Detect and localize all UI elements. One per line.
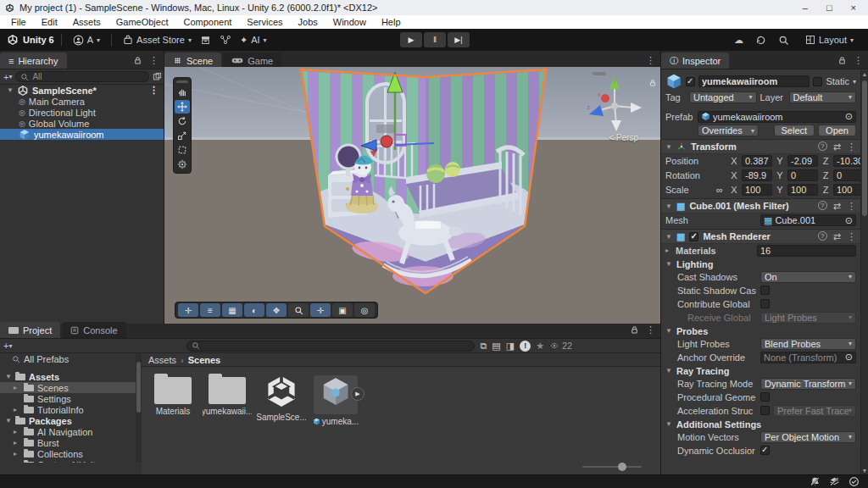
scale-z-field[interactable]: 100 — [833, 184, 860, 196]
probes-section-label[interactable]: Probes — [676, 326, 708, 336]
breadcrumb-scenes[interactable]: Scenes — [188, 355, 221, 365]
menu-edit[interactable]: Edit — [34, 17, 65, 27]
static-dropdown-icon[interactable]: ▾ — [853, 78, 856, 86]
foldout-open-icon[interactable]: ▼ — [665, 260, 672, 268]
unity-version-badge[interactable]: Unity 6 — [7, 34, 54, 46]
open-in-new-icon[interactable]: ⧉ — [480, 341, 487, 352]
view-sliders-button[interactable]: ≡ — [200, 303, 220, 317]
foldout-open-icon[interactable]: ▼ — [665, 327, 672, 335]
active-checkbox[interactable] — [686, 77, 695, 86]
move-tool[interactable] — [175, 100, 190, 114]
menu-jobs[interactable]: Jobs — [291, 17, 326, 27]
tag-dropdown[interactable]: Untagged▾ — [689, 92, 757, 103]
grid-overlay-button[interactable]: ▦ — [222, 303, 242, 317]
mesh-renderer-header[interactable]: ▼ ▦ Mesh Renderer ?⇄⋮ — [661, 229, 860, 244]
kebab-menu-icon[interactable]: ⋮ — [847, 141, 856, 152]
inspector-scrollbar[interactable]: ▲▼ — [860, 70, 868, 474]
anchor-override-field[interactable]: None (Transform)⊙ — [760, 352, 856, 363]
maximize-button[interactable]: □ — [826, 3, 832, 13]
cloud-icon[interactable]: ☁ — [734, 35, 743, 46]
hierarchy-item-yumekawaiiroom[interactable]: yumekawaiiroom — [0, 129, 164, 140]
acceleration-structure-checkbox[interactable] — [760, 406, 770, 415]
layer-dropdown[interactable]: Default▾ — [789, 92, 857, 103]
tree-item-custom-nunit[interactable]: ▸Custom NUnit — [0, 459, 136, 463]
kebab-menu-icon[interactable]: ⋮ — [646, 324, 655, 336]
lock-icon[interactable] — [630, 325, 639, 335]
pause-button[interactable]: ‖ — [424, 32, 446, 47]
presets-icon[interactable]: ⇄ — [833, 201, 841, 212]
scale-y-field[interactable]: 100 — [787, 184, 818, 196]
gizmo-overlay-button[interactable]: ✛ — [310, 303, 331, 317]
save-search-star-icon[interactable]: ★ — [536, 341, 544, 352]
project-search[interactable] — [186, 341, 475, 352]
overrides-dropdown[interactable]: Overrides▾ — [698, 125, 759, 136]
layers-muted-icon[interactable] — [829, 476, 840, 487]
kebab-menu-icon[interactable]: ⋮ — [847, 231, 856, 242]
step-button[interactable]: ▶| — [448, 32, 470, 47]
importance-filter-icon[interactable]: ! — [520, 341, 531, 352]
favorites-all-prefabs[interactable]: All Prefabs — [0, 353, 136, 364]
project-tree-scrollbar[interactable] — [136, 353, 142, 463]
package-manager-button[interactable] — [196, 33, 215, 47]
hierarchy-item-directional-light[interactable]: ◎ Directional Light — [0, 107, 164, 118]
asset-item-samplescene[interactable]: SampleSce... — [257, 372, 306, 422]
materials-count-field[interactable]: 16 — [760, 246, 853, 256]
foldout-open-icon[interactable]: ▼ — [7, 86, 14, 94]
account-dropdown[interactable]: A▾ — [69, 33, 104, 47]
contribute-gi-checkbox[interactable] — [760, 299, 770, 308]
motion-vectors-dropdown[interactable]: Per Object Motion▾ — [760, 431, 856, 443]
rotation-y-field[interactable]: 0 — [787, 169, 818, 181]
tree-item-ai-navigation[interactable]: ▸AI Navigation — [0, 426, 136, 437]
hidden-packages-toggle[interactable]: 22 — [549, 341, 572, 351]
rotate-tool[interactable] — [175, 114, 190, 128]
tree-item-packages[interactable]: ▼Packages — [0, 415, 136, 426]
play-button[interactable]: ▶ — [400, 32, 422, 47]
asset-item-materials[interactable]: Materials — [148, 372, 198, 416]
overlay-drag-handle[interactable] — [176, 80, 188, 83]
position-z-field[interactable]: -10.30 — [833, 155, 860, 167]
tab-project[interactable]: Project — [0, 322, 60, 338]
close-button[interactable]: × — [851, 3, 856, 13]
breadcrumb-assets[interactable]: Assets — [148, 355, 176, 365]
scale-tool[interactable] — [175, 129, 190, 142]
object-picker-icon[interactable]: ⊙ — [845, 352, 853, 363]
object-name-field[interactable]: yumekawaiiroom — [702, 76, 806, 86]
scene-picker-icon[interactable] — [153, 72, 162, 81]
link-scale-icon[interactable]: ∞ — [713, 185, 726, 195]
rotation-x-field[interactable]: -89.9 — [742, 169, 772, 181]
presets-icon[interactable]: ⇄ — [833, 231, 841, 242]
light-probes-dropdown[interactable]: Blend Probes▾ — [760, 338, 856, 350]
position-x-field[interactable]: 0.387 — [742, 155, 772, 167]
tree-item-burst[interactable]: ▸Burst — [0, 437, 136, 448]
undo-history-icon[interactable] — [755, 35, 766, 46]
tab-inspector[interactable]: ⓘ Inspector — [661, 53, 729, 69]
menu-component[interactable]: Component — [175, 17, 239, 27]
help-icon[interactable]: ? — [818, 141, 827, 151]
kebab-menu-icon[interactable]: ⋮ — [847, 201, 856, 212]
prefab-object-field[interactable]: yumekawaiiroom ⊙ — [698, 111, 856, 123]
position-y-field[interactable]: -2.09 — [787, 155, 818, 167]
transform-tool[interactable] — [175, 158, 190, 171]
ray-tracing-mode-dropdown[interactable]: Dynamic Transform▾ — [760, 378, 856, 390]
play-badge-icon[interactable]: ▶ — [351, 387, 364, 401]
foldout-closed-icon[interactable]: ▸ — [665, 247, 672, 254]
perspective-label[interactable]: < Persp — [609, 133, 638, 142]
static-checkbox[interactable] — [813, 77, 822, 86]
camera-overlay-button[interactable]: ▣ — [332, 303, 353, 317]
kebab-menu-icon[interactable]: ⋮ — [854, 55, 863, 66]
object-picker-icon[interactable]: ⊙ — [845, 111, 853, 122]
kebab-menu-icon[interactable]: ⋮ — [149, 85, 164, 96]
layout-dropdown[interactable]: Layout▾ — [801, 33, 858, 47]
asset-item-yumekawaii-folder[interactable]: yumekawaii... — [203, 372, 252, 416]
lock-icon[interactable] — [648, 79, 657, 87]
package-filter-icon[interactable]: ▤ — [492, 341, 500, 352]
notifications-muted-icon[interactable] — [810, 476, 821, 487]
mesh-filter-header[interactable]: ▼ ▦ Cube.001 (Mesh Filter) ?⇄⋮ — [661, 198, 860, 214]
lighting-overlay-button[interactable]: ◐ — [244, 303, 264, 317]
hierarchy-scene-row[interactable]: ▼ SampleScene* ⋮ — [0, 85, 164, 96]
foldout-open-icon[interactable]: ▼ — [665, 233, 672, 241]
project-search-input[interactable] — [203, 341, 470, 351]
orientation-gizmo[interactable]: y x z — [584, 74, 645, 135]
scene-viewport[interactable]: ✛ ≡ ▦ ◐ ❖ ✛ ▣ ◎ y — [164, 67, 660, 324]
layers-overlay-button[interactable]: ❖ — [266, 303, 287, 317]
